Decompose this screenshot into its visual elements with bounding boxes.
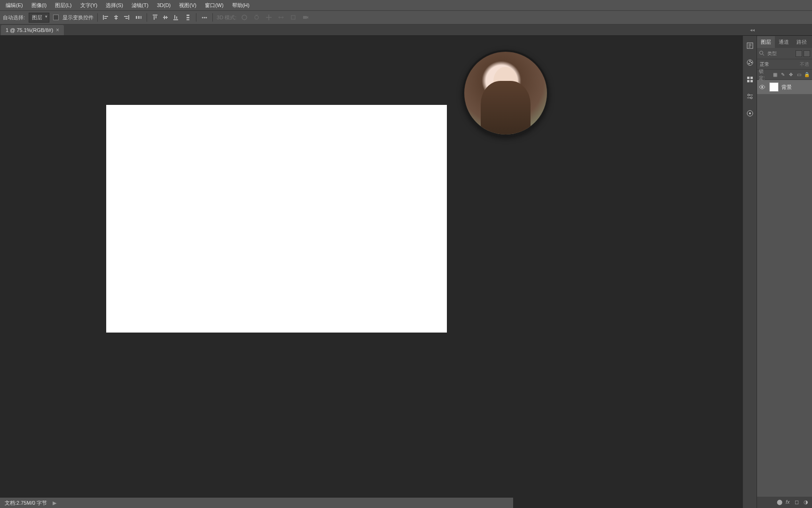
lock-pixels-icon[interactable]: ▦ — [772, 71, 779, 78]
svg-rect-15 — [163, 17, 168, 18]
align-bottom-icon[interactable] — [172, 13, 180, 22]
svg-rect-19 — [174, 15, 175, 19]
svg-rect-3 — [116, 15, 117, 20]
svg-rect-12 — [153, 15, 157, 16]
collapsed-panel-dock: ◂◂ — [742, 36, 757, 508]
layer-thumbnail[interactable] — [769, 82, 779, 92]
menu-edit[interactable]: 编辑(E) — [2, 0, 27, 10]
3d-slide-icon — [277, 13, 285, 22]
lock-move-icon[interactable]: ✥ — [788, 71, 794, 78]
canvas-area[interactable]: 文档:2.75M/0 字节 ▶ — [0, 36, 742, 508]
menu-image[interactable]: 图像(I) — [28, 0, 50, 10]
svg-rect-11 — [141, 16, 141, 19]
options-bar: 自动选择: 图层 显示变换控件 ••• 3D 模式: — [0, 10, 812, 24]
adjustment-layer-icon[interactable]: ◑ — [804, 499, 810, 506]
layers-panel-footer: ⬤ fx ◻ ◑ — [757, 497, 812, 508]
svg-rect-0 — [103, 15, 104, 20]
distribute-v-icon[interactable] — [184, 13, 192, 22]
auto-select-dropdown[interactable]: 图层 — [29, 13, 49, 23]
menu-filter[interactable]: 滤镜(T) — [128, 0, 152, 10]
3d-orbit-icon — [240, 13, 249, 22]
align-left-icon[interactable] — [102, 13, 110, 22]
3d-roll-icon — [252, 13, 261, 22]
svg-rect-6 — [128, 15, 129, 20]
menu-text[interactable]: 文字(Y) — [77, 0, 102, 10]
separator — [147, 13, 147, 22]
link-layers-icon[interactable]: ⬤ — [777, 499, 783, 506]
layer-fx-icon[interactable]: fx — [786, 499, 792, 506]
menu-3d[interactable]: 3D(D) — [153, 1, 174, 9]
menu-layer[interactable]: 图层(L) — [51, 0, 75, 10]
adjustments-panel-icon[interactable] — [743, 89, 757, 103]
3d-scale-icon — [289, 13, 297, 22]
svg-rect-34 — [750, 77, 753, 79]
3d-pan-icon — [265, 13, 273, 22]
layer-filter-row: 类型 — [757, 48, 812, 59]
layer-mask-icon[interactable]: ◻ — [795, 499, 801, 506]
layer-name[interactable]: 背景 — [781, 84, 792, 91]
menu-bar: 编辑(E) 图像(I) 图层(L) 文字(Y) 选择(S) 滤镜(T) 3D(D… — [0, 0, 812, 10]
layer-row[interactable]: 背景 — [757, 80, 812, 94]
menu-help[interactable]: 帮助(H) — [228, 0, 253, 10]
svg-rect-17 — [166, 16, 167, 19]
svg-rect-27 — [303, 16, 307, 19]
svg-point-32 — [749, 63, 750, 64]
tab-paths[interactable]: 路径 — [793, 36, 811, 48]
layers-list: 背景 — [757, 80, 812, 94]
properties-panel-icon[interactable] — [743, 106, 757, 120]
align-top-icon[interactable] — [151, 13, 159, 22]
svg-rect-21 — [187, 15, 189, 16]
history-panel-icon[interactable] — [743, 39, 757, 53]
menu-view[interactable]: 视图(V) — [175, 0, 200, 10]
svg-rect-1 — [104, 16, 108, 17]
more-options-icon[interactable]: ••• — [200, 13, 209, 22]
status-doc-size: 文档:2.75M/0 字节 — [5, 500, 47, 507]
status-flyout-icon[interactable]: ▶ — [53, 500, 56, 506]
document-tab[interactable]: 1 @ 75.1%(RGB/8#) × — [1, 25, 64, 35]
lock-artboard-icon[interactable]: ▭ — [796, 71, 802, 78]
tab-layers[interactable]: 图层 — [757, 36, 775, 48]
filter-adjust-icon[interactable] — [804, 50, 810, 57]
align-center-h-icon[interactable] — [112, 13, 120, 22]
svg-point-41 — [760, 51, 763, 54]
canvas[interactable] — [106, 105, 447, 333]
layers-panel: 图层 通道 路径 类型 正常 不透 锁定: ▦ ✎ ✥ ▭ 🔒 — [757, 36, 812, 508]
svg-rect-10 — [138, 16, 140, 19]
lock-all-icon[interactable]: 🔒 — [804, 71, 810, 78]
workspace: 文档:2.75M/0 字节 ▶ ◂◂ 图层 通道 路径 类型 正常 不透 — [0, 36, 812, 508]
svg-point-40 — [749, 112, 751, 114]
svg-rect-2 — [104, 18, 107, 19]
svg-rect-33 — [747, 77, 750, 79]
search-icon[interactable] — [759, 50, 765, 57]
show-transform-checkbox[interactable] — [53, 15, 59, 20]
align-middle-icon[interactable] — [161, 13, 170, 22]
panel-tabs: 图层 通道 路径 — [757, 36, 812, 48]
align-right-icon[interactable] — [122, 13, 131, 22]
svg-rect-7 — [124, 16, 128, 17]
color-panel-icon[interactable] — [743, 56, 757, 70]
filter-type-label[interactable]: 类型 — [767, 50, 794, 57]
swatches-panel-icon[interactable] — [743, 72, 757, 87]
3d-camera-icon — [301, 13, 310, 22]
visibility-toggle-icon[interactable] — [759, 84, 766, 90]
blend-mode-dropdown[interactable]: 正常 — [760, 61, 769, 68]
lock-position-icon[interactable]: ✎ — [780, 71, 786, 78]
svg-rect-22 — [187, 17, 189, 18]
separator — [212, 13, 213, 22]
webcam-overlay — [462, 50, 549, 136]
collapse-toggle-icon[interactable]: ◂◂ — [750, 27, 755, 32]
menu-window[interactable]: 窗口(W) — [201, 0, 227, 10]
svg-point-37 — [748, 94, 750, 96]
close-tab-icon[interactable]: × — [56, 27, 59, 33]
document-tabbar: 1 @ 75.1%(RGB/8#) × — [0, 24, 812, 36]
menu-select[interactable]: 选择(S) — [102, 0, 127, 10]
svg-rect-4 — [114, 16, 118, 17]
tab-channels[interactable]: 通道 — [775, 36, 793, 48]
filter-pixel-icon[interactable] — [796, 50, 802, 57]
svg-rect-35 — [747, 80, 750, 82]
distribute-h-icon[interactable] — [134, 13, 143, 22]
opacity-label: 不透 — [800, 61, 809, 68]
3d-mode-label: 3D 模式: — [217, 14, 236, 21]
svg-point-30 — [750, 61, 751, 62]
document-tab-title: 1 @ 75.1%(RGB/8#) — [6, 27, 53, 33]
